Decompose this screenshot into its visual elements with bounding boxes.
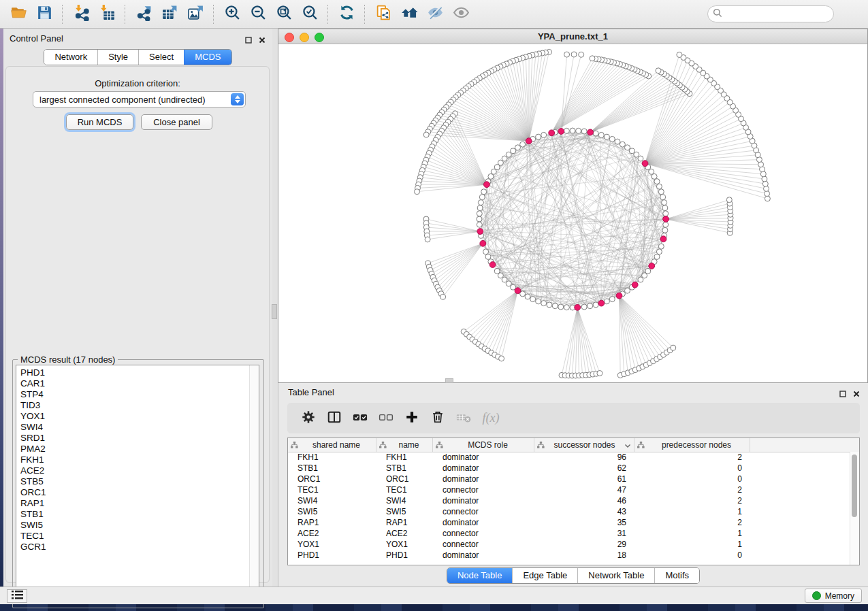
mcds-result-item[interactable]: ORC1 — [20, 487, 248, 498]
mcds-result-item[interactable]: PHD1 — [20, 367, 248, 378]
delete-column-button[interactable] — [425, 406, 451, 431]
table-scrollbar[interactable] — [850, 452, 859, 565]
memory-button[interactable]: Memory — [805, 589, 862, 603]
table-row[interactable]: TEC1TEC1connector472 — [288, 484, 850, 495]
mcds-result-list[interactable]: PHD1CAR1STP4TID3YOX1SWI4SRD1PMA2FKH1ACE2… — [16, 365, 259, 604]
table-scrollbar-thumb[interactable] — [852, 455, 857, 517]
vertical-splitter-handle[interactable] — [272, 304, 277, 319]
mcds-result-item[interactable]: STB5 — [20, 476, 248, 487]
mcds-result-item[interactable]: SRD1 — [20, 433, 248, 444]
search-input[interactable] — [707, 5, 834, 22]
table-row[interactable]: RAP1RAP1dominator352 — [288, 517, 850, 528]
table-row[interactable]: FKH1FKH1dominator962 — [288, 452, 850, 463]
save-session-button[interactable] — [31, 3, 57, 26]
column-settings-button[interactable] — [295, 406, 321, 431]
float-window-icon[interactable] — [245, 34, 252, 46]
zoom-selected-button[interactable] — [297, 3, 323, 26]
control-panel-tabbar: Network Style Select MCDS — [3, 49, 272, 65]
mcds-result-item[interactable]: FKH1 — [20, 455, 248, 465]
criterion-select[interactable]: largest connected component (undirected) — [33, 91, 246, 108]
run-mcds-button[interactable]: Run MCDS — [66, 114, 133, 130]
mcds-result-item[interactable]: PMA2 — [20, 444, 248, 455]
table-cell: dominator — [433, 452, 534, 462]
mcds-result-item[interactable]: SWI4 — [20, 422, 248, 433]
import-network-button[interactable] — [68, 3, 94, 26]
mcds-result-item[interactable]: CAR1 — [20, 378, 248, 389]
horizontal-splitter-handle[interactable] — [445, 378, 453, 383]
hide-selected-button[interactable] — [422, 3, 448, 26]
optimization-criterion-label: Optimization criterion: — [6, 78, 269, 88]
clone-network-button[interactable] — [370, 3, 396, 26]
refresh-view-button[interactable] — [334, 3, 359, 26]
show-all-button[interactable] — [448, 3, 474, 26]
function-builder-button[interactable]: f(x) — [477, 406, 502, 431]
mcds-result-scrollbar[interactable] — [249, 365, 259, 603]
tab-network[interactable]: Network — [44, 50, 97, 65]
zoom-out-button[interactable] — [245, 3, 271, 26]
open-file-button[interactable] — [5, 3, 31, 26]
column-header-predecessor-nodes[interactable]: predecessor nodes — [634, 438, 750, 452]
tab-motifs[interactable]: Motifs — [654, 568, 699, 583]
task-history-button[interactable] — [7, 589, 27, 603]
add-column-button[interactable] — [399, 406, 425, 431]
delete-table-button[interactable] — [451, 406, 477, 431]
first-neighbors-button[interactable] — [396, 3, 422, 26]
close-panel-button[interactable]: Close panel — [141, 114, 212, 130]
import-table-icon — [99, 4, 116, 24]
close-panel-icon[interactable] — [259, 34, 266, 46]
tab-edge-table[interactable]: Edge Table — [512, 568, 577, 583]
zoom-fit-button[interactable] — [271, 3, 297, 26]
mcds-result-item[interactable]: YOX1 — [20, 411, 248, 422]
table-row[interactable]: STB1STB1dominator620 — [288, 463, 850, 474]
select-all-button[interactable] — [347, 406, 373, 431]
table-row[interactable]: PHD1PHD1dominator180 — [288, 550, 850, 561]
column-header-shared-name[interactable]: shared name — [288, 438, 376, 452]
table-row[interactable]: ACE2ACE2connector311 — [288, 528, 850, 539]
export-table-button[interactable] — [157, 3, 182, 26]
mcds-result-item[interactable]: TID3 — [20, 400, 248, 411]
table-cell: 1 — [634, 529, 750, 538]
deselect-all-button[interactable] — [373, 406, 399, 431]
criterion-selected-value: largest connected component (undirected) — [39, 95, 206, 105]
tree-hierarchy-icon — [537, 439, 545, 451]
mcds-result-item[interactable]: STB1 — [20, 509, 248, 520]
column-header-name[interactable]: name — [376, 438, 433, 452]
tab-node-table[interactable]: Node Table — [447, 568, 513, 583]
table-cell: 1 — [634, 507, 750, 516]
table-row[interactable]: ORC1ORC1dominator610 — [288, 474, 850, 484]
tab-mcds[interactable]: MCDS — [184, 50, 231, 65]
table-tabbar: Node Table Edge Table Network Table Moti… — [278, 567, 868, 584]
table-row[interactable]: SWI4SWI4dominator462 — [288, 495, 850, 506]
select-stepper-icon — [231, 93, 244, 105]
zoom-in-icon — [224, 4, 241, 24]
mcds-result-item[interactable]: STP4 — [20, 389, 248, 400]
tab-select[interactable]: Select — [138, 50, 184, 65]
network-graph[interactable] — [278, 44, 867, 382]
mcds-result-item[interactable]: SWI5 — [20, 520, 248, 531]
column-header-MCDS-role[interactable]: MCDS role — [433, 438, 534, 452]
list-icon — [12, 590, 23, 602]
tab-style[interactable]: Style — [97, 50, 138, 65]
fx-icon: f(x) — [480, 411, 500, 425]
eye-icon — [453, 4, 470, 24]
sort-menu-icon[interactable] — [624, 439, 631, 451]
mcds-result-item[interactable]: TEC1 — [20, 531, 248, 542]
float-window-icon[interactable] — [839, 388, 846, 400]
mcds-result-item[interactable]: ACE2 — [20, 465, 248, 476]
zoom-in-button[interactable] — [219, 3, 245, 26]
column-header-successor-nodes[interactable]: successor nodes — [534, 438, 634, 452]
mcds-result-item[interactable]: GCR1 — [20, 542, 248, 552]
split-panel-button[interactable] — [321, 406, 347, 431]
close-panel-icon[interactable] — [853, 388, 860, 400]
table-panel-title: Table Panel — [288, 387, 334, 397]
network-canvas[interactable] — [278, 44, 867, 382]
mcds-result-item[interactable]: RAP1 — [20, 498, 248, 509]
network-window-titlebar[interactable]: YPA_prune.txt_1 — [278, 29, 867, 44]
import-table-button[interactable] — [94, 3, 120, 26]
export-image-button[interactable] — [182, 3, 208, 26]
table-cell: dominator — [433, 518, 534, 527]
table-row[interactable]: YOX1YOX1connector291 — [288, 539, 850, 550]
table-row[interactable]: SWI5SWI5connector431 — [288, 506, 850, 517]
export-network-button[interactable] — [131, 3, 157, 26]
tab-network-table[interactable]: Network Table — [577, 568, 654, 583]
